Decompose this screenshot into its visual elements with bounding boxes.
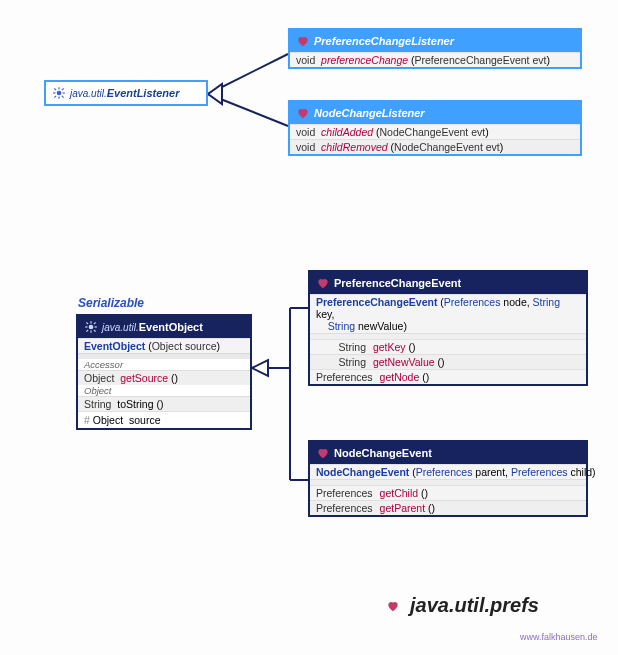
svg-line-25 <box>94 322 96 324</box>
method-row: String getNewValue () <box>310 354 586 369</box>
svg-point-17 <box>89 325 94 330</box>
return-type: Preferences <box>316 502 377 514</box>
svg-line-16 <box>62 88 64 90</box>
return-type: Preferences <box>316 487 377 499</box>
svg-marker-7 <box>252 360 268 376</box>
class-header: NodeChangeListener <box>290 102 580 124</box>
visibility: # <box>84 414 90 426</box>
param-name: evt <box>486 141 500 153</box>
gear-icon <box>52 86 66 100</box>
return-type: void <box>296 141 315 153</box>
class-header: NodeChangeEvent <box>310 442 586 464</box>
param-type: NodeChangeEvent <box>380 126 469 138</box>
return-type: String <box>84 398 111 410</box>
heart-icon <box>382 595 404 617</box>
method-row: String getKey () <box>310 339 586 354</box>
svg-line-1 <box>208 94 288 126</box>
package-title: java.util.prefs <box>382 594 539 617</box>
svg-line-0 <box>208 54 288 94</box>
class-name: NodeChangeListener <box>314 107 425 119</box>
class-box-preference-change-event: PreferenceChangeEvent PreferenceChangeEv… <box>308 270 588 386</box>
method-name[interactable]: childAdded <box>321 126 373 138</box>
param-name: evt <box>532 54 546 66</box>
method-name[interactable]: getNewValue <box>373 356 435 368</box>
field-row: # Object source <box>78 411 250 428</box>
return-type: Preferences <box>316 371 377 383</box>
pkg-prefix: java.util. <box>70 88 107 99</box>
field-type: Object <box>93 414 123 426</box>
svg-line-23 <box>94 330 96 332</box>
param-name: source <box>185 340 217 352</box>
param-type: Preferences <box>511 466 568 478</box>
method-row: Preferences getChild () <box>310 485 586 500</box>
heart-icon <box>296 106 310 120</box>
svg-line-24 <box>86 330 88 332</box>
class-box-node-change-event: NodeChangeEvent NodeChangeEvent (Prefere… <box>308 440 588 517</box>
constructor-row: EventObject (Object source) <box>78 338 250 353</box>
class-header-event-listener: java.util.EventListener <box>46 82 206 104</box>
method-name[interactable]: childRemoved <box>321 141 388 153</box>
class-name: NodeChangeEvent <box>334 447 432 459</box>
param-type: Object <box>152 340 182 352</box>
heart-icon <box>316 446 330 460</box>
field-name: source <box>129 414 161 426</box>
method-name[interactable]: getChild <box>380 487 419 499</box>
method-name[interactable]: toString <box>117 398 153 410</box>
svg-point-8 <box>57 91 62 96</box>
class-name: EventListener <box>107 87 180 99</box>
param-type: Preferences <box>416 466 473 478</box>
heart-icon <box>296 34 310 48</box>
credit-link[interactable]: www.falkhausen.de <box>520 632 598 642</box>
stereotype-serializable: Serializable <box>78 296 144 310</box>
method-name[interactable]: getNode <box>380 371 420 383</box>
param-type: Preferences <box>444 296 501 308</box>
method-row: String toString () <box>78 396 250 411</box>
return-type: String <box>316 356 370 368</box>
param-name: key <box>316 308 332 320</box>
class-box-event-object: java.util.EventObject EventObject (Objec… <box>76 314 252 430</box>
section-label-accessor: Accessor <box>78 359 250 370</box>
method-row: Preferences getParent () <box>310 500 586 515</box>
heart-icon <box>316 276 330 290</box>
package-title-text: java.util.prefs <box>410 594 539 617</box>
class-header: java.util.EventObject <box>78 316 250 338</box>
pkg-prefix: java.util. <box>102 322 139 333</box>
method-row: Preferences getNode () <box>310 369 586 384</box>
constructor-row: NodeChangeEvent (Preferences parent, Pre… <box>310 464 586 479</box>
param-name: newValue <box>358 320 403 332</box>
return-type: void <box>296 54 315 66</box>
return-type: String <box>316 341 370 353</box>
class-header: PreferenceChangeListener <box>290 30 580 52</box>
param-type: PreferenceChangeEvent <box>415 54 530 66</box>
return-type: Object <box>84 372 114 384</box>
method-row: void childAdded (NodeChangeEvent evt) <box>290 124 580 139</box>
svg-line-22 <box>86 322 88 324</box>
class-box-event-listener: java.util.EventListener <box>44 80 208 106</box>
class-header: PreferenceChangeEvent <box>310 272 586 294</box>
ctor-name[interactable]: NodeChangeEvent <box>316 466 409 478</box>
param-type: String <box>533 296 560 308</box>
svg-marker-2 <box>208 84 222 104</box>
method-name[interactable]: getParent <box>380 502 426 514</box>
class-name: PreferenceChangeListener <box>314 35 454 47</box>
svg-line-14 <box>62 96 64 98</box>
gear-icon <box>84 320 98 334</box>
param-name: parent <box>475 466 505 478</box>
method-name[interactable]: getSource <box>120 372 168 384</box>
param-type: String <box>328 320 355 332</box>
return-type: void <box>296 126 315 138</box>
param-name: child <box>571 466 593 478</box>
method-name[interactable]: preferenceChange <box>321 54 408 66</box>
ctor-name[interactable]: EventObject <box>84 340 145 352</box>
param-type: NodeChangeEvent <box>394 141 483 153</box>
method-name[interactable]: getKey <box>373 341 406 353</box>
param-name: evt <box>471 126 485 138</box>
class-name: EventObject <box>139 321 203 333</box>
ctor-name[interactable]: PreferenceChangeEvent <box>316 296 437 308</box>
section-label-object: Object <box>78 385 250 396</box>
svg-line-13 <box>54 88 56 90</box>
class-name: PreferenceChangeEvent <box>334 277 461 289</box>
method-row: void childRemoved (NodeChangeEvent evt) <box>290 139 580 154</box>
method-row: Object getSource () <box>78 370 250 385</box>
method-row: void preferenceChange (PreferenceChangeE… <box>290 52 580 67</box>
